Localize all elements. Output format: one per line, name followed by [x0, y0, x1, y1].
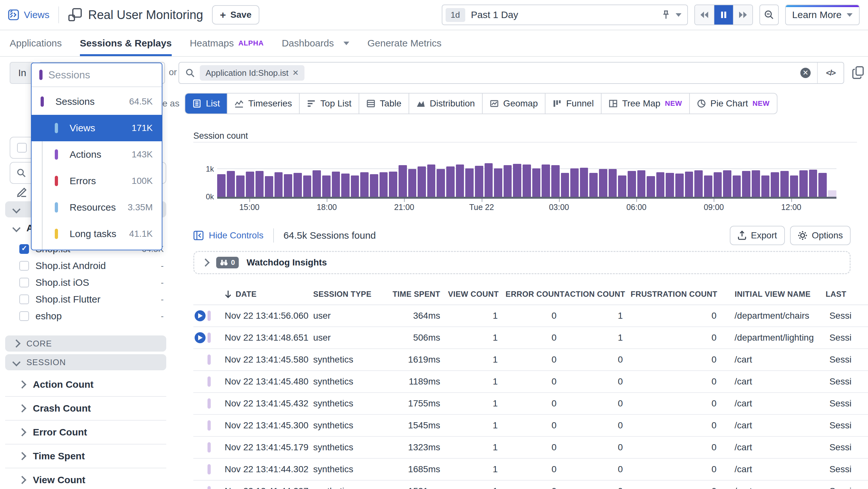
export-button[interactable]: Export — [730, 226, 785, 245]
chart-bar — [227, 171, 235, 197]
tab-sessions-replays[interactable]: Sessions & Replays — [80, 30, 172, 56]
views-link[interactable]: Views — [8, 9, 49, 21]
new-badge: NEW — [753, 99, 770, 108]
chart-bar — [589, 173, 598, 197]
session-type-pill-icon — [208, 486, 211, 489]
application-checkbox[interactable] — [19, 311, 29, 321]
column-header-views[interactable]: VIEW COUNT — [448, 290, 505, 299]
chart-bar — [570, 168, 579, 197]
x-axis-tick-mark — [482, 199, 482, 202]
pause-button[interactable] — [714, 5, 733, 25]
cell-views: 1 — [448, 398, 505, 409]
viz-tab-tree-map[interactable]: Tree MapNEW — [601, 93, 689, 114]
dropdown-item-views[interactable]: Views171K — [32, 115, 162, 141]
column-header-actions[interactable]: ACTION COUNT — [564, 290, 631, 299]
application-row-shop-ist-flutter[interactable]: Shop.ist Flutter- — [5, 291, 166, 308]
table-row[interactable]: Nov 22 13:41:48.651user506ms1010/departm… — [193, 327, 868, 349]
cell-type: synthetics — [312, 376, 385, 387]
viz-tab-list[interactable]: List — [185, 93, 227, 114]
application-checkbox[interactable] — [19, 244, 29, 254]
facet-view-count[interactable]: View Count — [5, 468, 166, 489]
column-header-last[interactable]: LAST — [825, 290, 868, 299]
query-or-label: or — [169, 67, 177, 78]
facet-crash-count[interactable]: Crash Count — [5, 397, 166, 421]
cell-errors: 0 — [505, 354, 564, 365]
clear-search-icon[interactable]: ✕ — [800, 68, 811, 78]
chart-bar — [456, 165, 464, 197]
options-button[interactable]: Options — [790, 226, 851, 245]
x-axis-tick-mark — [714, 199, 714, 202]
column-header-frustration[interactable]: FRUSTRATION COUNT — [630, 290, 724, 299]
application-checkbox[interactable] — [19, 278, 29, 287]
viz-tab-distribution[interactable]: Distribution — [408, 93, 482, 114]
watchdog-insights-panel[interactable]: 0 Watchdog Insights — [193, 251, 850, 274]
hide-controls-button[interactable]: Hide Controls — [193, 230, 264, 241]
column-header-time[interactable]: TIME SPENT — [385, 290, 448, 299]
time-range-selector[interactable]: 1d Past 1 Day — [442, 4, 688, 25]
table-row[interactable]: Nov 22 13:41:45.300synthetics1545ms1000/… — [193, 415, 868, 437]
chart-bar — [475, 166, 483, 197]
event-type-search-input[interactable]: Sessions — [32, 63, 162, 87]
session-replay-play-button[interactable] — [195, 332, 206, 343]
table-row[interactable]: Nov 22 13:41:45.179synthetics1323ms1000/… — [193, 437, 868, 459]
application-row-shop-ist-android[interactable]: Shop.ist Android- — [5, 257, 166, 274]
viz-tab-table[interactable]: Table — [359, 93, 408, 114]
facet-action-count[interactable]: Action Count — [5, 373, 166, 397]
core-section-pill[interactable]: CORE — [5, 336, 166, 352]
search-input[interactable]: Application Id:Shop.ist ✕ ✕ </> — [179, 62, 844, 84]
viz-tab-top-list[interactable]: Top List — [299, 93, 359, 114]
column-header-errors[interactable]: ERROR COUNT — [505, 290, 564, 299]
select-all-checkbox[interactable] — [17, 143, 27, 152]
application-checkbox[interactable] — [19, 261, 29, 270]
fast-forward-button[interactable] — [733, 5, 752, 25]
rewind-button[interactable] — [695, 5, 714, 25]
copy-icon[interactable] — [852, 66, 864, 79]
application-checkbox[interactable] — [19, 294, 29, 304]
application-row-eshop[interactable]: eshop- — [5, 308, 166, 324]
column-header-initial[interactable]: INITIAL VIEW NAME — [724, 290, 824, 299]
facet-time-spent[interactable]: Time Spent — [5, 444, 166, 468]
table-row[interactable]: Nov 22 13:41:45.580synthetics1619ms1000/… — [193, 349, 868, 371]
table-row[interactable]: Nov 22 13:41:45.432synthetics1755ms1000/… — [193, 393, 868, 415]
viz-tab-label: List — [206, 98, 220, 109]
tab-dashboards[interactable]: Dashboards — [282, 30, 349, 56]
chart-bar — [303, 175, 312, 197]
table-row[interactable]: Nov 22 13:41:44.297synthetics1521ms1000/… — [193, 481, 868, 489]
dropdown-item-long-tasks[interactable]: Long tasks41.1K — [32, 221, 162, 247]
dropdown-item-sessions[interactable]: Sessions64.5K — [32, 88, 162, 115]
session-section-pill[interactable]: SESSION — [5, 354, 166, 370]
filter-token[interactable]: Application Id:Shop.ist ✕ — [200, 65, 305, 81]
export-icon — [738, 231, 747, 240]
viz-tab-timeseries[interactable]: Timeseries — [227, 93, 299, 114]
dropdown-item-resources[interactable]: Resources3.35M — [32, 194, 162, 221]
tab-generate-metrics[interactable]: Generate Metrics — [367, 30, 441, 56]
viz-tab-pie-chart[interactable]: Pie ChartNEW — [689, 93, 777, 114]
facet-error-count[interactable]: Error Count — [5, 421, 166, 444]
save-button[interactable]: + Save — [212, 5, 259, 25]
chart-bar — [255, 171, 264, 197]
dropdown-item-label: Actions — [70, 149, 101, 160]
tab-applications[interactable]: Applications — [10, 30, 62, 56]
select-all-checkbox-button[interactable] — [10, 137, 34, 159]
tab-heatmaps[interactable]: HeatmapsALPHA — [190, 30, 264, 56]
viz-tab-funnel[interactable]: Funnel — [545, 93, 601, 114]
dropdown-item-actions[interactable]: Actions143K — [32, 141, 162, 168]
table-row[interactable]: Nov 22 13:41:45.480synthetics1189ms1000/… — [193, 371, 868, 393]
table-row[interactable]: Nov 22 13:41:44.302synthetics1685ms1000/… — [193, 459, 868, 481]
row-indicator — [193, 398, 218, 409]
remove-token-icon[interactable]: ✕ — [292, 68, 299, 78]
column-header-type[interactable]: SESSION TYPE — [312, 290, 385, 299]
chart-bar — [246, 172, 254, 197]
session-replay-play-button[interactable] — [195, 310, 206, 321]
column-header-date[interactable]: DATE — [218, 290, 312, 299]
table-row[interactable]: Nov 22 13:41:56.060user364ms1010/departm… — [193, 305, 868, 327]
viz-tab-geomap[interactable]: Geomap — [482, 93, 545, 114]
dropdown-item-errors[interactable]: Errors100K — [32, 168, 162, 194]
pin-icon[interactable] — [661, 10, 671, 20]
edit-facets-icon[interactable] — [16, 186, 28, 198]
code-view-icon[interactable]: </> — [817, 63, 843, 83]
learn-more-button[interactable]: Learn More — [785, 4, 860, 25]
application-row-shop-ist-ios[interactable]: Shop.ist iOS- — [5, 274, 166, 291]
session-type-pill-icon — [208, 464, 211, 474]
zoom-out-button[interactable] — [760, 4, 779, 25]
